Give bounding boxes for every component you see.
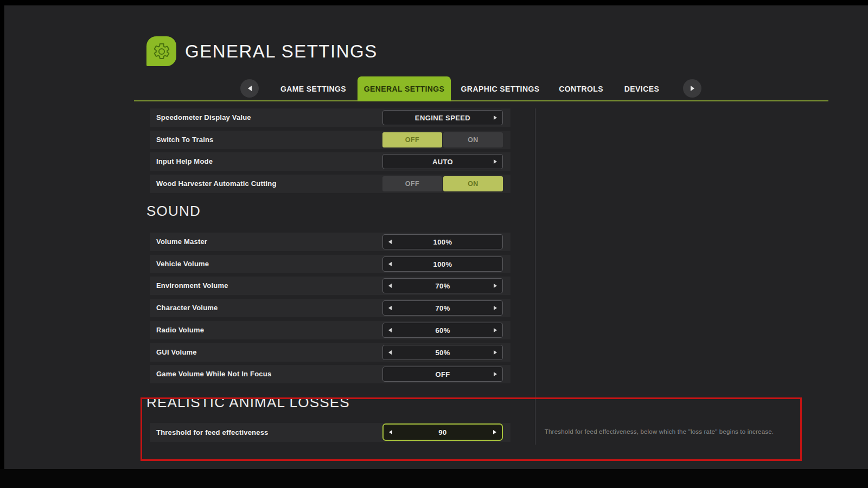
toggle-on-option[interactable]: ON (443, 176, 503, 191)
row-character-volume: Character Volume 70% (150, 299, 510, 317)
toggle-off-option[interactable]: OFF (382, 176, 442, 191)
setting-label: Character Volume (156, 299, 218, 317)
setting-label: GUI Volume (156, 343, 197, 362)
setting-label: Game Volume While Not In Focus (156, 365, 271, 383)
slider-value: 100% (433, 238, 452, 246)
arrow-left-icon[interactable] (388, 284, 392, 288)
arrow-right-icon[interactable] (494, 306, 497, 310)
row-environment-volume: Environment Volume 70% (150, 277, 510, 295)
radio-volume-slider[interactable]: 60% (382, 323, 503, 338)
selector-value: ENGINE SPEED (415, 114, 470, 122)
arrow-left-icon[interactable] (388, 262, 392, 266)
gui-volume-slider[interactable]: 50% (382, 345, 503, 360)
arrow-right-icon[interactable] (494, 372, 497, 376)
toggle-on-option[interactable]: ON (443, 132, 503, 147)
setting-label: Switch To Trains (156, 131, 214, 149)
slider-value: 50% (435, 349, 450, 357)
toggle-off-option[interactable]: OFF (382, 132, 442, 147)
row-wood-harvester-automatic-cutting: Wood Harvester Automatic Cutting OFF ON (150, 175, 510, 193)
sound-section-title: SOUND (146, 203, 201, 220)
selector-value: AUTO (432, 158, 453, 166)
settings-gear-icon (146, 36, 176, 66)
setting-description: Threshold for feed effectiveness, below … (532, 428, 787, 435)
input-help-mode-selector[interactable]: AUTO (382, 154, 503, 169)
character-volume-slider[interactable]: 70% (382, 300, 503, 316)
arrow-right-icon[interactable] (494, 328, 497, 332)
slider-value: 100% (433, 260, 452, 268)
chevron-left-icon (248, 86, 252, 91)
arrow-left-icon[interactable] (388, 240, 392, 244)
setting-label: Wood Harvester Automatic Cutting (156, 175, 277, 193)
settings-info-divider (535, 108, 535, 445)
setting-label: Vehicle Volume (156, 255, 209, 273)
row-speedometer-display-value: Speedometer Display Value ENGINE SPEED (150, 108, 510, 127)
environment-volume-slider[interactable]: 70% (382, 278, 503, 293)
page-title: GENERAL SETTINGS (185, 41, 378, 62)
tab-controls[interactable]: CONTROLS (557, 76, 605, 101)
arrow-right-icon[interactable] (494, 284, 497, 288)
setting-label: Radio Volume (156, 321, 204, 339)
tab-graphic-settings[interactable]: GRAPHIC SETTINGS (460, 76, 540, 101)
tab-devices[interactable]: DEVICES (621, 76, 663, 101)
chevron-right-icon (691, 86, 694, 91)
row-input-help-mode: Input Help Mode AUTO (150, 152, 510, 171)
arrow-left-icon[interactable] (389, 430, 392, 434)
setting-label: Environment Volume (156, 277, 228, 295)
row-radio-volume: Radio Volume 60% (150, 321, 510, 339)
row-volume-master: Volume Master 100% (150, 233, 510, 251)
arrow-right-icon[interactable] (494, 115, 497, 120)
arrow-right-icon[interactable] (494, 159, 497, 164)
tab-general-settings[interactable]: GENERAL SETTINGS (358, 76, 451, 101)
animal-losses-section-title: REALISTIC ANIMAL LOSSES (146, 394, 350, 411)
game-volume-focus-selector[interactable]: OFF (382, 367, 503, 382)
keybind-hint-bar: Q PREVIOUS (0, 469, 868, 488)
setting-label: Speedometer Display Value (156, 108, 251, 127)
speedometer-display-value-selector[interactable]: ENGINE SPEED (382, 110, 503, 125)
volume-master-slider[interactable]: 100% (382, 234, 503, 249)
arrow-right-icon[interactable] (493, 430, 496, 434)
tabs-next-button[interactable] (683, 79, 701, 98)
tabs-prev-button[interactable] (240, 79, 259, 98)
selector-value: OFF (435, 370, 450, 378)
wood-harvester-toggle: OFF ON (382, 176, 503, 191)
slider-value: 70% (435, 282, 450, 290)
row-vehicle-volume: Vehicle Volume 100% (150, 255, 510, 273)
slider-value: 90 (438, 428, 446, 436)
setting-label: Threshold for feed effectiveness (156, 423, 269, 442)
tab-game-settings[interactable]: GAME SETTINGS (274, 76, 353, 101)
row-gui-volume: GUI Volume 50% (150, 343, 510, 362)
switch-to-trains-toggle: OFF ON (382, 132, 503, 147)
row-game-volume-while-not-in-focus: Game Volume While Not In Focus OFF (150, 365, 510, 383)
vehicle-volume-slider[interactable]: 100% (382, 256, 503, 272)
setting-label: Input Help Mode (156, 152, 213, 171)
arrow-left-icon[interactable] (388, 306, 392, 310)
slider-value: 60% (435, 326, 450, 335)
arrow-left-icon[interactable] (388, 328, 392, 332)
general-settings-screen: GENERAL SETTINGS GAME SETTINGS GENERAL S… (0, 0, 868, 488)
row-switch-to-trains: Switch To Trains OFF ON (150, 131, 510, 149)
threshold-feed-effectiveness-slider[interactable]: 90 (382, 423, 503, 441)
arrow-left-icon[interactable] (388, 350, 392, 355)
row-threshold-feed-effectiveness: Threshold for feed effectiveness 90 (150, 423, 510, 442)
setting-label: Volume Master (156, 233, 207, 251)
slider-value: 70% (435, 304, 450, 312)
arrow-right-icon[interactable] (494, 350, 497, 355)
